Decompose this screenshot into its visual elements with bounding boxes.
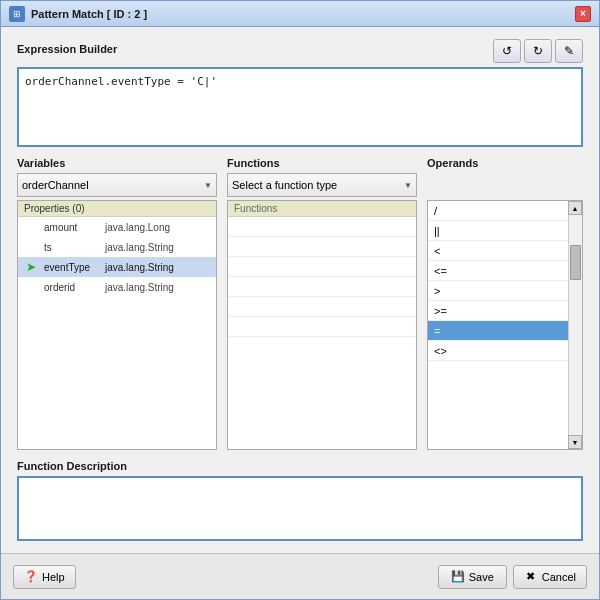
cancel-icon: ✖ xyxy=(524,570,538,584)
prop-type-orderid: java.lang.String xyxy=(105,282,174,293)
expression-header: Expression Builder ↺ ↻ ✎ xyxy=(17,39,583,63)
operands-list: / || < <= > >= = <> ▲ ▼ xyxy=(427,200,583,450)
operand-gte[interactable]: >= xyxy=(428,301,582,321)
footer-left: ❓ Help xyxy=(13,565,76,589)
function-description-section: Function Description xyxy=(17,460,583,541)
prop-icon-orderid xyxy=(24,280,38,294)
cancel-button[interactable]: ✖ Cancel xyxy=(513,565,587,589)
prop-type-ts: java.lang.String xyxy=(105,242,174,253)
close-button[interactable]: × xyxy=(575,6,591,22)
prop-name-ts: ts xyxy=(44,242,99,253)
save-label: Save xyxy=(469,571,494,583)
toolbar-buttons: ↺ ↻ ✎ xyxy=(493,39,583,63)
reload-icon: ↺ xyxy=(502,44,512,58)
prop-row-orderid[interactable]: orderid java.lang.String xyxy=(18,277,216,297)
reload-button[interactable]: ↺ xyxy=(493,39,521,63)
operand-neq[interactable]: <> xyxy=(428,341,582,361)
functions-column: Functions Select a function type Functio… xyxy=(227,157,417,450)
properties-header: Properties (0) xyxy=(18,201,216,217)
variables-dropdown[interactable]: orderChannel xyxy=(17,173,217,197)
footer-right: 💾 Save ✖ Cancel xyxy=(438,565,587,589)
save-button[interactable]: 💾 Save xyxy=(438,565,507,589)
functions-label: Functions xyxy=(227,157,417,169)
dialog-body: Expression Builder ↺ ↻ ✎ orderChannel.ev… xyxy=(1,27,599,553)
prop-name-amount: amount xyxy=(44,222,99,233)
help-button[interactable]: ❓ Help xyxy=(13,565,76,589)
func-row-3 xyxy=(228,257,416,277)
variables-label: Variables xyxy=(17,157,217,169)
properties-box: Properties (0) amount java.lang.Long ts … xyxy=(17,200,217,450)
func-row-1 xyxy=(228,217,416,237)
expression-section: Expression Builder ↺ ↻ ✎ orderChannel.ev… xyxy=(17,39,583,147)
title-bar: ⊞ Pattern Match [ ID : 2 ] × xyxy=(1,1,599,27)
operand-lte[interactable]: <= xyxy=(428,261,582,281)
edit-button[interactable]: ✎ xyxy=(555,39,583,63)
expression-label: Expression Builder xyxy=(17,43,117,55)
prop-icon-eventtype: ➤ xyxy=(24,260,38,274)
func-row-6 xyxy=(228,317,416,337)
prop-icon-amount xyxy=(24,220,38,234)
prop-icon-ts xyxy=(24,240,38,254)
help-icon: ❓ xyxy=(24,570,38,584)
dialog: ⊞ Pattern Match [ ID : 2 ] × Expression … xyxy=(0,0,600,600)
prop-type-eventtype: java.lang.String xyxy=(105,262,174,273)
operand-slash[interactable]: / xyxy=(428,201,582,221)
variables-select-wrapper: orderChannel xyxy=(17,173,217,197)
operand-gt[interactable]: > xyxy=(428,281,582,301)
operands-column: Operands / || < <= > >= = <> ▲ ▼ xyxy=(427,157,583,450)
prop-row-empty2 xyxy=(18,317,216,337)
functions-list-header: Functions xyxy=(228,201,416,217)
operands-label: Operands xyxy=(427,157,583,169)
dialog-title: Pattern Match [ ID : 2 ] xyxy=(31,8,147,20)
prop-type-amount: java.lang.Long xyxy=(105,222,170,233)
footer: ❓ Help 💾 Save ✖ Cancel xyxy=(1,553,599,599)
cancel-label: Cancel xyxy=(542,571,576,583)
expression-input[interactable]: orderChannel.eventType = 'C|' xyxy=(17,67,583,147)
prop-row-eventtype[interactable]: ➤ eventType java.lang.String xyxy=(18,257,216,277)
functions-select-wrapper: Select a function type xyxy=(227,173,417,197)
dialog-icon: ⊞ xyxy=(9,6,25,22)
prop-row-empty1 xyxy=(18,297,216,317)
edit-icon: ✎ xyxy=(564,44,574,58)
operand-lt[interactable]: < xyxy=(428,241,582,261)
save-icon: 💾 xyxy=(451,570,465,584)
help-label: Help xyxy=(42,571,65,583)
operand-eq[interactable]: = xyxy=(428,321,582,341)
operand-or[interactable]: || xyxy=(428,221,582,241)
prop-row-ts[interactable]: ts java.lang.String xyxy=(18,237,216,257)
refresh-icon: ↻ xyxy=(533,44,543,58)
variables-column: Variables orderChannel Properties (0) am… xyxy=(17,157,217,450)
three-columns: Variables orderChannel Properties (0) am… xyxy=(17,157,583,450)
prop-name-orderid: orderid xyxy=(44,282,99,293)
func-row-2 xyxy=(228,237,416,257)
function-description-label: Function Description xyxy=(17,460,583,472)
operands-scroll-down[interactable]: ▼ xyxy=(568,435,582,449)
functions-list: Functions xyxy=(227,200,417,450)
function-description-box xyxy=(17,476,583,541)
prop-name-eventtype: eventType xyxy=(44,262,99,273)
operands-scroll-up[interactable]: ▲ xyxy=(568,201,582,215)
func-row-5 xyxy=(228,297,416,317)
prop-row-amount[interactable]: amount java.lang.Long xyxy=(18,217,216,237)
refresh-button[interactable]: ↻ xyxy=(524,39,552,63)
func-row-4 xyxy=(228,277,416,297)
functions-dropdown[interactable]: Select a function type xyxy=(227,173,417,197)
title-bar-left: ⊞ Pattern Match [ ID : 2 ] xyxy=(9,6,147,22)
